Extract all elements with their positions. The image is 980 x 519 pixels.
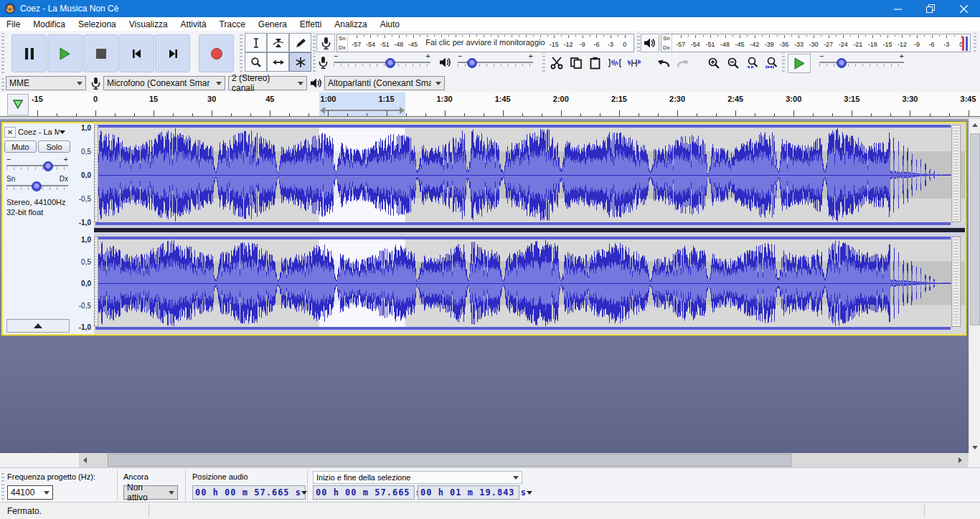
close-button[interactable] <box>947 0 980 17</box>
meter-right-grip[interactable] <box>974 33 976 52</box>
project-rate-select[interactable]: 44100 <box>7 485 53 500</box>
track-pan-slider[interactable]: Sn Dx <box>6 176 68 191</box>
selection-start-field[interactable]: 00 h 00 m 57.665 s <box>313 485 415 500</box>
track-collapse-button[interactable] <box>6 319 70 333</box>
track-gain-slider[interactable]: − + <box>6 156 68 171</box>
scroll-up-arrow[interactable] <box>969 119 980 130</box>
play-meter[interactable]: Sn Dx -57-54-51-48-45-42-39-36-33-30-27-… <box>661 34 971 52</box>
play-speed-slider[interactable]: − + <box>819 53 904 69</box>
timeline-tick <box>793 110 794 116</box>
record-meter[interactable]: Sn Dx -57-54-51-48-45-42-39-36-33-30-27-… <box>336 34 634 52</box>
track-gain-thumb[interactable] <box>43 161 53 171</box>
scroll-down-arrow[interactable] <box>969 442 980 453</box>
menu-item-attivita[interactable]: Attività <box>174 18 213 31</box>
selection-mode-select[interactable]: Inizio e fine della selezione <box>313 471 522 484</box>
restore-button[interactable] <box>914 0 947 17</box>
scroll-left-arrow[interactable] <box>79 454 90 466</box>
vertical-scale-ruler[interactable]: 1,00,50,0-0,5-1,01,00,50,0-0,5-1,0 <box>72 123 95 334</box>
zoom-in-button[interactable] <box>704 54 723 72</box>
skip-to-start-button[interactable] <box>119 34 154 72</box>
cut-button[interactable] <box>547 54 566 72</box>
menu-item-effetti[interactable]: Effetti <box>293 18 328 31</box>
play-volume-slider[interactable]: − + <box>458 53 533 69</box>
zoom-tool-button[interactable] <box>245 52 267 72</box>
record-button[interactable] <box>199 34 234 72</box>
play-meter-speaker-button[interactable] <box>641 34 659 52</box>
pause-button[interactable] <box>11 34 47 72</box>
menu-item-tracce[interactable]: Tracce <box>213 18 252 31</box>
zoom-fit-icon <box>765 57 778 70</box>
edit-grip[interactable] <box>542 53 545 72</box>
zoom-fit-button[interactable] <box>762 54 781 72</box>
skip-to-end-button[interactable] <box>155 34 190 72</box>
play-speed-thumb[interactable] <box>837 58 847 68</box>
play-at-speed-button[interactable] <box>788 54 811 73</box>
record-volume-slider[interactable]: − + <box>334 53 430 69</box>
device-grip[interactable] <box>1 76 4 90</box>
silence-selection-button[interactable] <box>624 54 644 72</box>
menu-item-modifica[interactable]: Modifica <box>27 18 72 31</box>
playback-device-value: Altoparlanti (Conexant Sma <box>328 78 431 88</box>
audio-host-select[interactable]: MME <box>6 76 86 90</box>
trim-outside-selection-button[interactable] <box>605 54 624 72</box>
stop-button[interactable] <box>83 34 118 72</box>
scale-label: 1,0 <box>81 236 91 244</box>
envelope-tool-button[interactable] <box>267 33 289 52</box>
tools-grip[interactable] <box>240 33 242 72</box>
timeline-ruler[interactable]: -1501530451:001:151:301:452:002:152:302:… <box>0 92 980 117</box>
menu-item-aiuto[interactable]: Aiuto <box>374 18 406 31</box>
redo-button[interactable] <box>673 54 692 72</box>
menu-item-file[interactable]: File <box>0 18 27 31</box>
mute-button[interactable]: Muto <box>4 141 37 153</box>
minimize-button[interactable] <box>881 0 914 17</box>
recording-device-select[interactable]: Microfono (Conexant Smar <box>103 76 225 90</box>
meter-tick-label: -9 <box>580 41 585 48</box>
record-meter-message[interactable]: Fai clic per avviare il monitoraggio <box>422 37 548 47</box>
zoom-to-selection-button[interactable] <box>743 54 762 72</box>
play-meter-grip[interactable] <box>637 33 640 52</box>
transport-grip[interactable] <box>1 33 4 73</box>
track-workspace[interactable]: ✕ Coez - La M Muto Solo − + Sn Dx <box>0 119 980 453</box>
selection-toolbar-grip[interactable] <box>1 471 4 500</box>
plus-label: + <box>529 52 533 60</box>
waveform-canvas[interactable] <box>94 123 965 334</box>
menu-item-analizza[interactable]: Analizza <box>328 18 373 31</box>
play-button[interactable] <box>47 34 83 72</box>
track-close-button[interactable]: ✕ <box>4 127 16 138</box>
audio-host-value: MME <box>9 78 29 88</box>
undo-button[interactable] <box>654 54 673 72</box>
horizontal-scrollbar[interactable] <box>0 453 980 467</box>
draw-tool-button[interactable] <box>289 33 311 52</box>
mixer-grip[interactable] <box>313 53 316 72</box>
copy-button[interactable] <box>566 54 585 72</box>
selection-end-field[interactable]: 00 h 01 m 19.843 s <box>418 485 519 500</box>
speed-grip[interactable] <box>782 53 785 72</box>
playback-device-select[interactable]: Altoparlanti (Conexant Sma <box>324 76 445 90</box>
selection-tool-button[interactable] <box>245 33 267 52</box>
scroll-right-arrow[interactable] <box>954 454 966 466</box>
audio-position-field[interactable]: 00 h 00 m 57.665 s <box>192 485 306 500</box>
silence-audio-icon <box>627 57 641 69</box>
scale-label: 0,0 <box>81 280 91 287</box>
timeline-tick <box>871 113 872 116</box>
timeline-label: 15 <box>149 95 158 103</box>
timeshift-tool-button[interactable] <box>267 52 289 72</box>
vertical-scroll-thumb[interactable] <box>970 133 980 325</box>
snap-select[interactable]: Non attivo <box>123 485 178 500</box>
menu-item-genera[interactable]: Genera <box>252 18 293 31</box>
record-meter-grip[interactable] <box>313 33 316 52</box>
record-meter-mic-button[interactable] <box>316 34 335 52</box>
menu-item-seleziona[interactable]: Seleziona <box>72 18 123 31</box>
edit-toolbar <box>547 54 781 72</box>
vertical-scrollbar[interactable] <box>969 119 980 453</box>
recording-channels-select[interactable]: 2 (Stereo) canali <box>228 76 307 90</box>
track-menu-icon[interactable] <box>60 130 65 134</box>
solo-button[interactable]: Solo <box>38 141 70 153</box>
multi-tool-button[interactable] <box>289 52 311 72</box>
horizontal-scroll-thumb[interactable] <box>108 454 791 467</box>
menu-item-visualizza[interactable]: Visualizza <box>123 18 174 31</box>
play-volume-thumb[interactable] <box>467 58 477 68</box>
zoom-out-button[interactable] <box>723 54 743 72</box>
paste-button[interactable] <box>585 54 605 72</box>
timeline-pin-button[interactable] <box>7 94 29 115</box>
